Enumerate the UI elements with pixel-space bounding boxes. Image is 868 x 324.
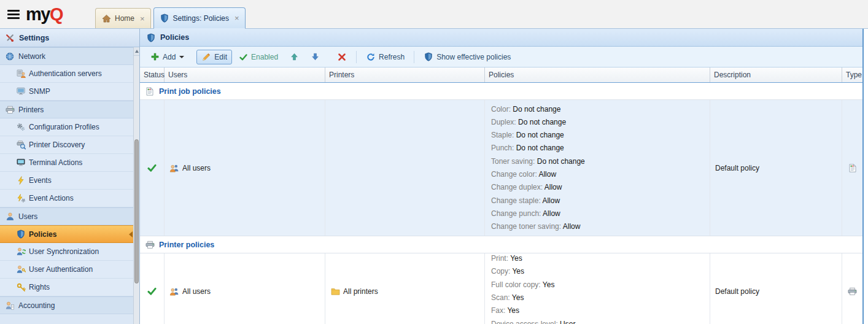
policy-line: Change color: Allow <box>491 169 556 179</box>
sidebar-item-authentication-servers[interactable]: Authentication servers <box>0 65 133 83</box>
logo-text-my: my <box>26 4 50 24</box>
toolbar-separator <box>356 51 357 63</box>
column-header-printers[interactable]: Printers <box>325 68 485 82</box>
delete-button[interactable] <box>332 50 352 64</box>
tab-label: Settings: Policies <box>173 14 229 23</box>
edit-button[interactable]: Edit <box>196 50 232 64</box>
printers-cell: All printers <box>325 253 485 324</box>
sidebar-item-accounting[interactable]: Accounting <box>0 296 133 314</box>
add-button-label: Add <box>163 53 176 61</box>
sidebar-item-user-authentication[interactable]: User Authentication <box>0 261 133 279</box>
close-tab-icon[interactable]: × <box>140 15 145 23</box>
top-bar: myQ Home × Settings: Policies × <box>0 0 868 29</box>
policy-row-print-job-default[interactable]: All users Keep jobs for reprint: YesColo… <box>140 100 862 236</box>
refresh-button[interactable]: Refresh <box>361 50 409 64</box>
sidebar-item-policies[interactable]: Policies <box>0 225 133 243</box>
sidebar-item-label: Event Actions <box>29 194 74 202</box>
sidebar-item-snmp[interactable]: SNMP <box>0 83 133 101</box>
policy-line: Change punch: Allow <box>491 209 560 218</box>
move-down-button[interactable] <box>305 50 325 64</box>
key-icon <box>16 283 26 291</box>
shield-icon <box>16 230 26 239</box>
description-text: Default policy <box>715 164 759 172</box>
sidebar-item-event-actions[interactable]: Event Actions <box>0 190 133 207</box>
users-cell-text: All users <box>182 287 211 296</box>
column-header-policies[interactable]: Policies <box>485 68 710 82</box>
scrollbar-thumb[interactable] <box>134 139 139 284</box>
printer-policy-icon <box>848 287 858 296</box>
sidebar-item-terminal-actions[interactable]: Terminal Actions <box>0 154 133 172</box>
column-header-users[interactable]: Users <box>165 68 325 82</box>
policies-toolbar: Add Edit Enabled <box>140 47 862 68</box>
policy-line: Change duplex: Allow <box>491 182 562 192</box>
group-row-printer-policies[interactable]: Printer policies <box>140 236 862 253</box>
sidebar-item-label: Events <box>29 176 52 185</box>
terminal-icon <box>16 158 26 167</box>
tab-label: Home <box>115 14 134 23</box>
column-header-description[interactable]: Description <box>710 68 842 82</box>
menu-icon[interactable] <box>7 10 20 19</box>
type-cell <box>842 100 862 236</box>
column-header-type[interactable]: Type <box>842 68 862 82</box>
description-text: Default policy <box>715 287 759 296</box>
printers-cell-text: All printers <box>343 287 378 296</box>
settings-sidebar: Settings Network Authentication servers <box>0 29 140 324</box>
sidebar-item-rights[interactable]: Rights <box>0 279 133 296</box>
refresh-button-label: Refresh <box>379 53 405 61</box>
status-cell <box>140 253 165 324</box>
sidebar-title: Settings <box>19 34 49 42</box>
status-enabled-icon <box>147 287 157 295</box>
printer-search-icon <box>16 141 26 150</box>
add-button[interactable]: Add <box>145 50 189 64</box>
users-cell: All users <box>165 253 325 324</box>
policy-line: Print: Yes <box>491 253 522 263</box>
sidebar-item-network[interactable]: Network <box>0 47 133 65</box>
tab-settings-policies[interactable]: Settings: Policies × <box>153 7 246 29</box>
users-cell-text: All users <box>182 164 211 172</box>
policy-line: Duplex: Do not change <box>491 117 566 127</box>
logo-text-q: Q <box>50 4 63 24</box>
shield-icon <box>146 33 156 42</box>
auth-server-icon <box>16 69 26 78</box>
users-group-icon <box>169 287 179 296</box>
sidebar-item-printer-discovery[interactable]: Printer Discovery <box>0 136 133 154</box>
print-job-policy-icon <box>145 87 155 96</box>
description-cell: Default policy <box>710 253 842 324</box>
group-row-print-job-policies[interactable]: Print job policies <box>140 83 862 100</box>
sidebar-item-label: Printer Discovery <box>29 141 85 149</box>
sidebar-item-label: Accounting <box>18 301 55 310</box>
show-effective-policies-button[interactable]: Show effective policies <box>419 49 516 64</box>
sidebar-item-configuration-profiles[interactable]: Configuration Profiles <box>0 118 133 136</box>
scroll-up-arrow-icon[interactable] <box>134 47 139 56</box>
tab-home[interactable]: Home × <box>95 8 151 28</box>
policy-line: Change toner saving: Allow <box>491 222 580 231</box>
group-label: Print job policies <box>159 87 221 96</box>
monitor-icon <box>16 87 26 96</box>
plus-icon <box>150 53 160 61</box>
lightning-icon <box>16 176 26 185</box>
network-icon <box>5 52 15 61</box>
sidebar-item-printers[interactable]: Printers <box>0 101 133 118</box>
brand-area: myQ <box>0 0 63 29</box>
sidebar-item-label: Authentication servers <box>29 69 102 78</box>
accounting-icon <box>5 301 15 310</box>
sidebar-scrollbar[interactable] <box>133 47 139 324</box>
body-row: Settings Network Authentication servers <box>0 29 868 324</box>
close-tab-icon[interactable]: × <box>234 14 239 22</box>
policy-row-printer-default[interactable]: All users All printers Print: YesCopy: Y… <box>140 253 862 324</box>
description-cell: Default policy <box>710 100 842 236</box>
policy-line: Toner saving: Do not change <box>491 156 585 166</box>
enabled-button[interactable]: Enabled <box>233 50 283 64</box>
column-header-status[interactable]: Status <box>140 68 165 82</box>
policy-line: Keep jobs for reprint: Yes <box>491 100 573 101</box>
pencil-icon <box>201 53 211 61</box>
sidebar-item-user-synchronization[interactable]: User Synchronization <box>0 243 133 261</box>
policy-line: Device access level: User <box>491 319 575 324</box>
sidebar-item-users[interactable]: Users <box>0 207 133 225</box>
sidebar-item-label: User Synchronization <box>29 247 99 256</box>
arrow-up-icon <box>289 53 299 61</box>
sidebar-item-events[interactable]: Events <box>0 172 133 190</box>
move-up-button[interactable] <box>284 50 304 64</box>
policy-line: Staple: Do not change <box>491 130 564 140</box>
policy-line: Scan: Yes <box>491 293 524 303</box>
